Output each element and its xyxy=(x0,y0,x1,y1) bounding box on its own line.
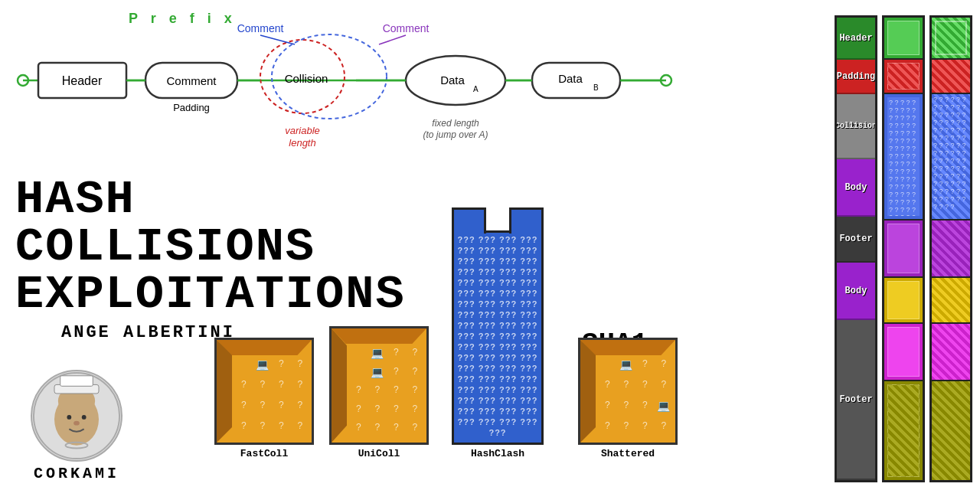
purple-hatch-1 xyxy=(932,220,970,278)
format-column: Header Padding ??? Collision Body Footer… xyxy=(835,15,877,482)
color-column-1: ? ? ? ? ? ? ? ? ? ? ? ? ? ? ? ? ? ? ? ? … xyxy=(882,15,925,482)
svg-text:Header: Header xyxy=(62,74,103,87)
right-panel: Header Padding ??? Collision Body Footer… xyxy=(835,15,972,482)
seg-header: Header xyxy=(837,18,875,60)
fastcoll-block: 💻 ? ? ? ? ? ? ? ? ? ? ? ? ? ? xyxy=(214,338,314,445)
svg-text:variable: variable xyxy=(285,125,320,136)
purple-block-1 xyxy=(884,220,923,278)
shattered-block: 💻 ? ? ? ? ? ? ? ? ? 💻 ? ? ? ? xyxy=(578,338,678,445)
diagram-svg: P r e f i x Header Comment Padding Colli… xyxy=(0,0,689,168)
svg-point-35 xyxy=(67,415,71,420)
svg-text:Comment: Comment xyxy=(166,74,217,87)
unicoll-section: 💻 ? ? 💻 ? ? ? ? ? ? ? ? ? ? ? ? ? ? UniC… xyxy=(329,326,429,459)
svg-text:Collision: Collision xyxy=(285,72,328,85)
svg-line-14 xyxy=(379,35,406,44)
svg-line-12 xyxy=(260,35,295,44)
blue-hatch-tall: ? ? ? ? ? ? ? ? ? ? ? ? ? ? ? ? ? ? ? ? … xyxy=(932,94,970,220)
seg-padding: Padding xyxy=(837,60,875,94)
seg-footer1: Footer xyxy=(837,217,875,263)
seg-footer2: Footer xyxy=(837,320,875,480)
corkami-portrait xyxy=(31,370,122,462)
color-column-2: ? ? ? ? ? ? ? ? ? ? ? ? ? ? ? ? ? ? ? ? … xyxy=(929,15,972,482)
olive-block xyxy=(884,381,923,480)
shattered-label: Shattered xyxy=(578,448,678,459)
svg-text:(to jump over A): (to jump over A) xyxy=(423,129,488,140)
svg-text:Comment: Comment xyxy=(237,22,284,34)
svg-point-37 xyxy=(74,421,80,426)
red-hatch xyxy=(932,60,970,94)
svg-point-36 xyxy=(82,415,87,420)
fastcoll-label: FastColl xyxy=(214,448,314,459)
olive-hatch xyxy=(932,381,970,480)
prefix-label: P r e f i x xyxy=(129,11,237,26)
hashclash-block: ??? ??? ??? ??? ??? ??? ??? ??? ??? ??? … xyxy=(444,207,551,445)
unicoll-label: UniColl xyxy=(329,448,429,459)
svg-text:B: B xyxy=(593,83,599,92)
svg-text:Padding: Padding xyxy=(173,102,210,113)
fastcoll-section: 💻 ? ? ? ? ? ? ? ? ? ? ? ? ? ? FastColl xyxy=(214,338,314,459)
seg-body2: Body xyxy=(837,263,875,320)
red-block xyxy=(884,60,923,94)
svg-text:Comment: Comment xyxy=(383,22,430,34)
svg-text:fixed length: fixed length xyxy=(432,118,479,129)
hashclash-label: HashClash xyxy=(444,448,551,459)
corkami-label: CORKAMI xyxy=(23,465,130,482)
svg-rect-34 xyxy=(60,376,93,387)
green-hatch-top xyxy=(932,18,970,60)
svg-text:length: length xyxy=(289,137,315,149)
svg-text:Data: Data xyxy=(440,74,465,87)
yellow-block xyxy=(884,278,923,324)
hashclash-section: ??? ??? ??? ??? ??? ??? ??? ??? ??? ??? … xyxy=(444,207,551,459)
seg-body1: Body xyxy=(837,159,875,217)
unicoll-block: 💻 ? ? 💻 ? ? ? ? ? ? ? ? ? ? ? ? ? ? xyxy=(329,326,429,445)
svg-text:Data: Data xyxy=(558,72,583,85)
title-area: HASH COLLISIONS EXPLOITATIONS ANGE ALBER… xyxy=(15,176,436,342)
corkami-section: CORKAMI xyxy=(23,370,130,482)
green-block-top xyxy=(884,18,923,60)
yellow-hatch xyxy=(932,278,970,324)
main-title: HASH COLLISIONS EXPLOITATIONS xyxy=(15,176,436,318)
shattered-section: 💻 ? ? ? ? ? ? ? ? ? 💻 ? ? ? ? Shattered xyxy=(578,338,678,459)
blue-q-block: ? ? ? ? ? ? ? ? ? ? ? ? ? ? ? ? ? ? ? ? … xyxy=(884,94,923,220)
seg-collision: ??? Collision xyxy=(837,94,875,159)
magenta-hatch-1 xyxy=(932,324,970,381)
svg-text:A: A xyxy=(473,85,479,93)
magenta-block-1 xyxy=(884,324,923,381)
